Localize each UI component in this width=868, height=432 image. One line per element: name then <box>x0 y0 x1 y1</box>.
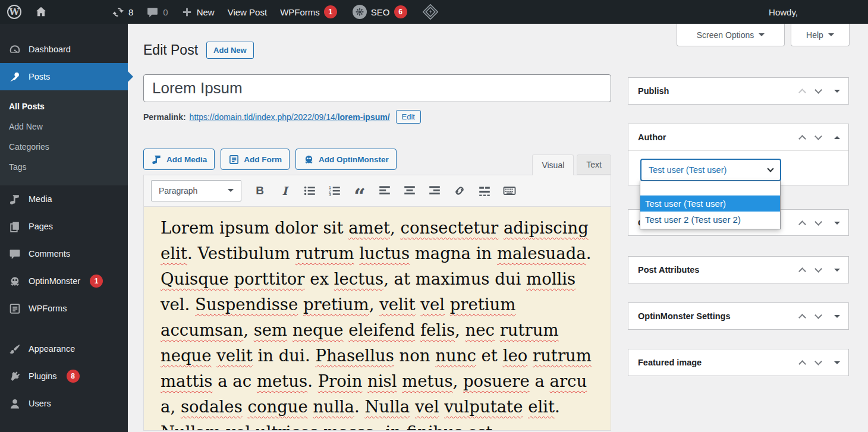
optinmonster-badge: 1 <box>90 275 103 288</box>
edit-permalink-button[interactable]: Edit <box>396 110 421 124</box>
sidebar-item-pages[interactable]: Pages <box>0 213 128 240</box>
sidebar-item-posts[interactable]: Posts <box>0 63 128 90</box>
toggle-panel-icon[interactable] <box>834 222 840 228</box>
misspelled-word: eleifend <box>348 320 415 339</box>
sidebar-item-users[interactable]: Users <box>0 390 128 417</box>
italic-button[interactable]: I <box>278 184 291 197</box>
howdy-account-menu[interactable]: Howdy, <box>769 7 798 17</box>
wpforms-menu[interactable]: WPForms 1 <box>280 5 337 18</box>
text-run: , <box>390 218 400 237</box>
sidebar-label-pages: Pages <box>29 222 53 231</box>
keyboard-shortcuts-button[interactable] <box>503 184 516 197</box>
paragraph-format-select[interactable]: Paragraph <box>151 180 241 201</box>
featured-image-panel-header[interactable]: Featured image <box>628 349 848 376</box>
post-attributes-panel-header[interactable]: Post Attributes <box>628 257 848 283</box>
align-center-button[interactable] <box>403 184 416 197</box>
text-run <box>229 269 234 288</box>
toggle-panel-icon[interactable] <box>834 269 840 275</box>
tab-visual[interactable]: Visual <box>532 154 574 175</box>
new-content-menu[interactable]: New <box>181 7 215 18</box>
misspelled-word: Quisque <box>161 269 229 288</box>
editor-content-area[interactable]: Lorem ipsum dolor sit amet, consectetur … <box>143 207 611 431</box>
misspelled-word: rutrum <box>500 320 559 339</box>
read-more-button[interactable] <box>478 184 491 197</box>
move-up-icon[interactable] <box>798 135 806 143</box>
sidebar-item-appearance[interactable]: Appearance <box>0 335 128 362</box>
sidebar-label-posts: Posts <box>29 72 50 81</box>
optinmonster-settings-panel-header[interactable]: OptinMonster Settings <box>628 303 848 329</box>
sidebar-item-wpforms[interactable]: WPForms <box>0 295 128 322</box>
sidebar-item-all-posts[interactable]: All Posts <box>0 96 128 116</box>
toggle-panel-icon[interactable] <box>834 315 840 321</box>
move-up-icon[interactable] <box>798 360 806 368</box>
seo-icon <box>353 5 367 19</box>
toggle-panel-icon[interactable] <box>834 90 840 96</box>
move-down-icon[interactable] <box>814 358 822 365</box>
sidebar-item-dashboard[interactable]: Dashboard <box>0 36 128 63</box>
post-title-input[interactable] <box>143 74 611 102</box>
divi-menu[interactable] <box>423 4 438 20</box>
move-down-icon[interactable] <box>814 218 822 226</box>
bulleted-list-button[interactable] <box>303 184 316 197</box>
bold-button[interactable]: B <box>253 184 266 197</box>
text-run: magna in <box>410 244 497 263</box>
permalink-link[interactable]: https://domain.tld/index.php/2022/09/14/… <box>190 112 390 122</box>
sidebar-item-plugins[interactable]: Plugins 8 <box>0 362 128 390</box>
add-media-button[interactable]: Add Media <box>143 149 215 170</box>
wordpress-logo[interactable]: W <box>7 5 21 19</box>
move-up-icon[interactable] <box>798 220 806 228</box>
sidebar-item-tags[interactable]: Tags <box>0 157 128 177</box>
text-run: . <box>354 397 364 416</box>
editor-toolbar: Paragraph B I 123 “ <box>143 175 611 207</box>
move-up-icon[interactable] <box>798 314 806 321</box>
publish-panel-title: Publish <box>638 86 800 96</box>
text-run <box>308 397 313 416</box>
misspelled-word: rutrum <box>533 346 592 365</box>
sidebar-label-dashboard: Dashboard <box>29 45 71 54</box>
add-optinmonster-button[interactable]: Add OptinMonster <box>295 149 397 170</box>
author-dropdown: Test user (Test user) Test user 2 (Test … <box>640 181 781 229</box>
screen-options-button[interactable]: Screen Options <box>677 24 785 46</box>
sidebar-item-add-new[interactable]: Add New <box>0 116 128 137</box>
align-right-button[interactable] <box>428 184 441 197</box>
tab-text[interactable]: Text <box>577 154 611 175</box>
author-panel-header[interactable]: Author <box>628 124 848 150</box>
text-run: . <box>586 244 592 263</box>
misspelled-word: vulputate <box>444 397 523 416</box>
author-option[interactable]: Test user 2 (Test user 2) <box>640 212 780 228</box>
sidebar-item-categories[interactable]: Categories <box>0 137 128 157</box>
author-option-selected[interactable]: Test user (Test user) <box>640 195 780 212</box>
help-button[interactable]: Help <box>791 24 850 46</box>
sidebar-item-comments[interactable]: Comments <box>0 240 128 267</box>
move-up-icon[interactable] <box>798 89 806 96</box>
updates-indicator[interactable]: 8 <box>112 6 133 18</box>
misspelled-word: finibus <box>407 422 463 431</box>
add-form-button[interactable]: Add Form <box>221 149 290 170</box>
sidebar-item-optinmonster[interactable]: OptinMonster 1 <box>0 267 128 295</box>
text-run: et <box>476 346 503 365</box>
site-home-link[interactable] <box>34 5 48 18</box>
align-left-button[interactable] <box>378 184 391 197</box>
users-icon <box>8 398 21 410</box>
seo-menu[interactable]: SEO 6 <box>353 5 407 19</box>
move-down-icon[interactable] <box>814 311 822 319</box>
toggle-panel-icon[interactable] <box>834 133 840 139</box>
add-new-button[interactable]: Add New <box>206 42 254 59</box>
misspelled-word: vel <box>227 422 251 431</box>
publish-panel-header[interactable]: Publish <box>628 78 848 104</box>
wordpress-icon: W <box>7 5 21 19</box>
comments-indicator[interactable]: 0 <box>146 6 168 18</box>
text-run: non <box>394 346 435 365</box>
move-down-icon[interactable] <box>814 265 822 273</box>
sidebar-item-media[interactable]: Media <box>0 185 128 213</box>
blockquote-button[interactable]: “ <box>353 184 366 197</box>
insert-link-button[interactable] <box>453 184 466 197</box>
move-down-icon[interactable] <box>814 133 822 140</box>
sidebar-label-wpforms: WPForms <box>29 304 67 313</box>
move-up-icon[interactable] <box>798 267 806 275</box>
view-post-link[interactable]: View Post <box>228 7 267 17</box>
author-select[interactable]: Test user (Test user) <box>640 159 781 181</box>
numbered-list-button[interactable]: 123 <box>328 184 341 197</box>
move-down-icon[interactable] <box>814 86 822 94</box>
toggle-panel-icon[interactable] <box>834 361 840 367</box>
